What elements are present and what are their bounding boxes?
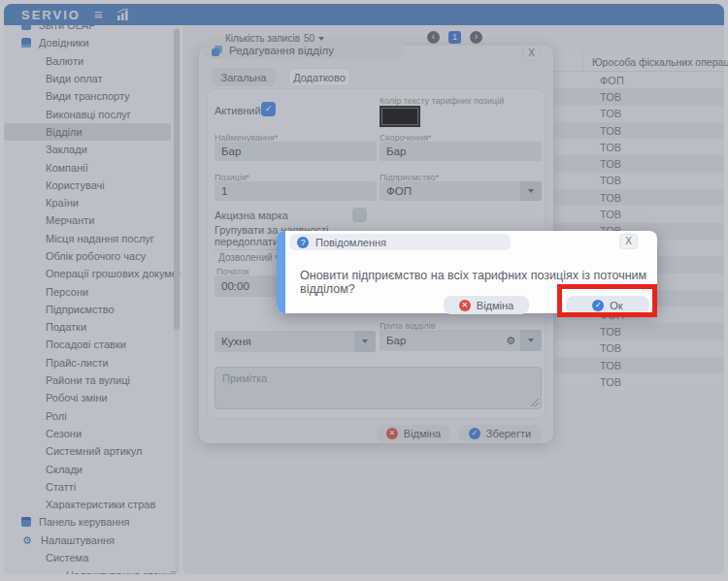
cancel-icon: ✕: [459, 300, 471, 311]
modal-accent-bar: [277, 231, 285, 313]
modal-cancel-label: Відміна: [477, 300, 513, 311]
app-window: SERVIO ≡ Звіти OLAPДовідникиВалютиВиди о…: [0, 0, 728, 581]
modal-title-pill: ? Повідомлення: [289, 234, 511, 250]
annotation-highlight-box: [557, 284, 657, 317]
info-icon: ?: [297, 237, 309, 248]
modal-cancel-button[interactable]: ✕ Відміна: [444, 296, 529, 314]
modal-close-button[interactable]: X: [619, 234, 638, 249]
modal-title: Повідомлення: [315, 237, 386, 248]
